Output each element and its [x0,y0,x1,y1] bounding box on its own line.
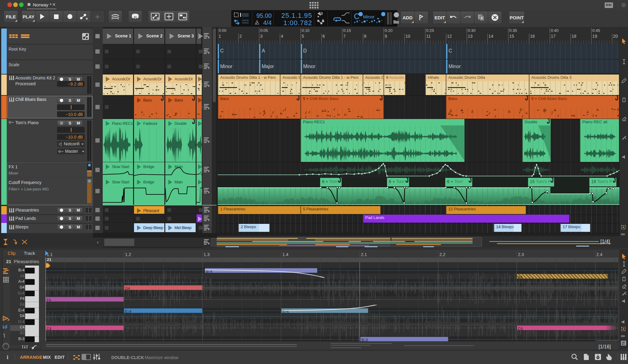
svg-text:w: w [86,17,88,20]
svg-text:w: w [156,17,159,20]
